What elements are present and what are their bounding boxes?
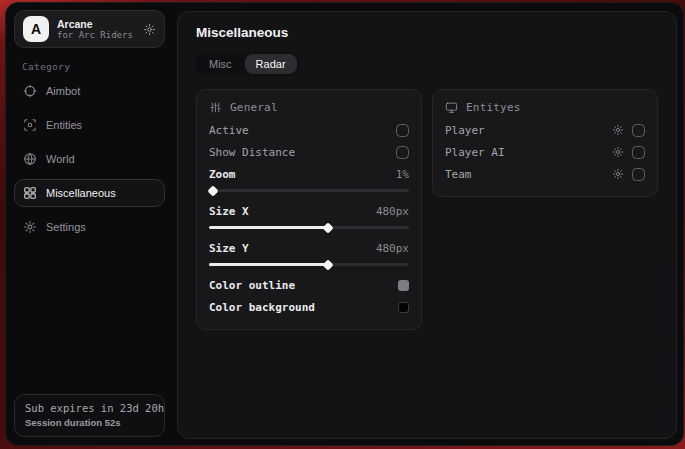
slider-handle[interactable] — [322, 259, 333, 270]
app-title: Arcane — [57, 18, 135, 30]
sidebar-nav: Aimbot Entities World — [14, 77, 165, 241]
app-subtitle: for Arc Riders — [57, 30, 135, 41]
tab-misc[interactable]: Misc — [198, 54, 243, 74]
slider-handle[interactable] — [207, 185, 218, 196]
gear-icon[interactable] — [612, 168, 624, 180]
player-ai-checkbox[interactable] — [632, 146, 645, 159]
size-x-row: Size X 480px — [209, 200, 409, 222]
main-panel: Miscellaneous Misc Radar General Active — [177, 11, 677, 439]
entities-card: Entityes Player P — [432, 89, 658, 197]
size-y-row: Size Y 480px — [209, 237, 409, 259]
player-ai-row: Player AI — [445, 141, 645, 163]
player-checkbox[interactable] — [632, 124, 645, 137]
player-ai-label: Player AI — [445, 146, 505, 159]
tab-bar: Misc Radar — [196, 52, 299, 76]
sidebar-item-settings[interactable]: Settings — [14, 213, 165, 241]
show-distance-checkbox[interactable] — [396, 146, 409, 159]
general-card-title: General — [230, 101, 278, 114]
sidebar-item-label: World — [46, 153, 75, 165]
logo-text: Arcane for Arc Riders — [57, 18, 135, 41]
player-row: Player — [445, 119, 645, 141]
color-background-row: Color background — [209, 296, 409, 318]
size-x-label: Size X — [209, 205, 249, 218]
active-row: Active — [209, 119, 409, 141]
sub-expires-text: Sub expires in 23d 20h — [25, 402, 154, 414]
sidebar-item-label: Entities — [46, 119, 82, 131]
slider-fill — [209, 263, 329, 266]
slider-track[interactable] — [209, 189, 409, 192]
gear-icon — [23, 220, 37, 234]
sidebar-item-label: Miscellaneous — [46, 187, 116, 199]
session-duration-text: Session duration 52s — [25, 417, 154, 428]
app-logo: A — [23, 16, 49, 42]
show-distance-label: Show Distance — [209, 146, 295, 159]
globe-icon — [23, 152, 37, 166]
color-background-swatch[interactable] — [398, 302, 409, 313]
general-card-header: General — [209, 101, 409, 114]
zoom-row: Zoom 1% — [209, 163, 409, 185]
show-distance-row: Show Distance — [209, 141, 409, 163]
active-checkbox[interactable] — [396, 124, 409, 137]
scan-icon — [23, 118, 37, 132]
general-card: General Active Show Distance Zoom 1% — [196, 89, 422, 330]
logo-card: A Arcane for Arc Riders — [14, 10, 165, 48]
monitor-icon — [445, 101, 458, 114]
size-y-slider[interactable] — [209, 259, 409, 270]
sidebar-item-label: Settings — [46, 221, 86, 233]
player-label: Player — [445, 124, 485, 137]
category-label: Category — [22, 61, 165, 72]
team-row: Team — [445, 163, 645, 185]
team-checkbox[interactable] — [632, 168, 645, 181]
subscription-info-card: Sub expires in 23d 20h Session duration … — [14, 394, 165, 437]
color-outline-row: Color outline — [209, 274, 409, 296]
slider-handle[interactable] — [322, 222, 333, 233]
page-title: Miscellaneous — [196, 25, 658, 40]
gear-icon[interactable] — [143, 23, 156, 36]
app-window: A Arcane for Arc Riders Category — [5, 2, 684, 446]
color-background-label: Color background — [209, 301, 315, 314]
zoom-value: 1% — [396, 168, 409, 181]
size-x-slider[interactable] — [209, 222, 409, 233]
sidebar-item-label: Aimbot — [46, 85, 80, 97]
active-label: Active — [209, 124, 249, 137]
color-outline-label: Color outline — [209, 279, 295, 292]
size-y-value: 480px — [376, 242, 409, 255]
gear-icon[interactable] — [612, 146, 624, 158]
sidebar-item-world[interactable]: World — [14, 145, 165, 173]
entities-card-title: Entityes — [466, 101, 521, 114]
grid-icon — [23, 186, 37, 200]
entities-card-header: Entityes — [445, 101, 645, 114]
cards-row: General Active Show Distance Zoom 1% — [196, 89, 658, 330]
slider-fill — [209, 226, 329, 229]
gear-icon[interactable] — [612, 124, 624, 136]
sidebar-item-miscellaneous[interactable]: Miscellaneous — [14, 179, 165, 207]
size-x-value: 480px — [376, 205, 409, 218]
crosshair-icon — [23, 84, 37, 98]
color-outline-swatch[interactable] — [398, 280, 409, 291]
zoom-label: Zoom — [209, 168, 236, 181]
zoom-slider[interactable] — [209, 185, 409, 196]
sidebar: A Arcane for Arc Riders Category — [6, 3, 172, 445]
sidebar-item-entities[interactable]: Entities — [14, 111, 165, 139]
team-label: Team — [445, 168, 472, 181]
sidebar-item-aimbot[interactable]: Aimbot — [14, 77, 165, 105]
sliders-icon — [209, 101, 222, 114]
size-y-label: Size Y — [209, 242, 249, 255]
tab-radar[interactable]: Radar — [245, 54, 297, 74]
